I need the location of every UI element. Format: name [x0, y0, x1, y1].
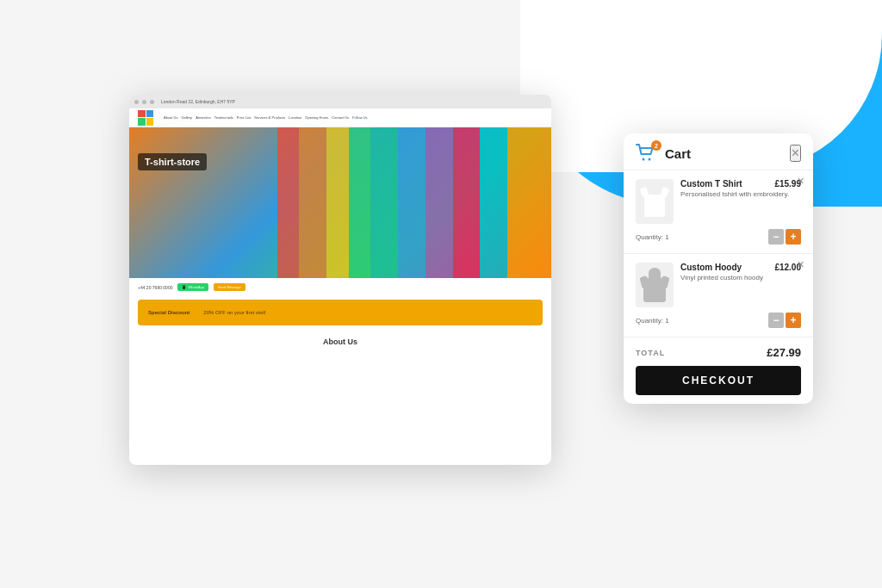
mockup-phone-row: +44 20 7660 0000 📱 WhatsApp Send Message [129, 278, 551, 296]
cart-total-row: TOTAL £27.99 [636, 346, 801, 359]
nav-price: Price List [237, 115, 251, 120]
cart-item-close-tshirt[interactable]: ✕ [797, 176, 804, 187]
qty-controls-1: − + [768, 229, 801, 244]
svg-point-0 [643, 158, 645, 161]
mockup-phone-text: +44 20 7660 0000 [138, 285, 172, 290]
nav-about: About Us [164, 115, 177, 120]
nav-location: Location [289, 115, 301, 120]
nav-contact: Contact Us [332, 115, 349, 120]
mockup-about: About Us [129, 329, 551, 355]
cart-item-hoodie: ✕ Custom Hoody £12.00 Vinyl printed [624, 254, 813, 337]
website-mockup: London Road 22, Edinburgh, EH7 5YP About… [129, 95, 551, 465]
cart-item-img-tshirt [636, 179, 674, 224]
cart-item-info-1: Custom T Shirt £15.99 Personalised tshir… [680, 179, 801, 199]
mockup-hero-text: T-shirt-store [138, 153, 207, 170]
mockup-logo [138, 110, 153, 126]
cart-item-qty-row-1: Quantity: 1 − + [636, 229, 801, 244]
qty-controls-2: − + [768, 313, 801, 328]
cart-item-qty-row-2: Quantity: 1 − + [636, 313, 801, 328]
whatsapp-label: WhatsApp [188, 285, 203, 289]
nav-amenities: Amenities [196, 115, 211, 120]
mockup-nav-items: About Us Gallery Amenities Testimonials … [164, 115, 368, 120]
nav-opening: Opening Hours [305, 115, 328, 120]
cart-item-desc-2: Vinyl printed custom hoody [680, 274, 801, 282]
qty-decrease-2[interactable]: − [768, 313, 784, 328]
nav-services: Services & Products [254, 115, 285, 120]
dot-2 [142, 100, 146, 104]
mockup-msg-btn[interactable]: Send Message [214, 283, 245, 291]
logo-q4 [146, 118, 154, 126]
logo-q1 [138, 110, 146, 118]
shirt-bar [277, 127, 552, 278]
nav-gallery: Gallery [181, 115, 192, 120]
qty-increase-1[interactable]: + [786, 229, 801, 244]
cart-item-img-hoodie [636, 263, 674, 307]
cart-close-button[interactable]: × [790, 145, 801, 162]
hoodie-shape [639, 268, 670, 302]
whatsapp-icon: 📱 [182, 285, 186, 289]
mockup-discount-label: Special Discount [148, 310, 189, 315]
qty-decrease-1[interactable]: − [768, 229, 784, 244]
mockup-hero-img [129, 127, 551, 278]
cart-item-desc-1: Personalised tshirt with embroidery. [680, 190, 801, 199]
cart-item-row-2: Custom Hoody £12.00 Vinyl printed custom… [636, 263, 801, 307]
mockup-discount-text: 20% OFF on your first visit! [203, 310, 265, 315]
cart-item-info-2: Custom Hoody £12.00 Vinyl printed custom… [680, 263, 801, 282]
cart-item-name-1: Custom T Shirt [680, 179, 742, 189]
dot-1 [134, 100, 139, 104]
svg-point-1 [649, 158, 651, 161]
cart-item-qty-label-2: Quantity: 1 [636, 317, 669, 325]
logo-q2 [146, 110, 154, 118]
cart-icon-wrap: 2 [636, 144, 658, 163]
cart-total-amount: £27.99 [767, 346, 801, 359]
mockup-url: London Road 22, Edinburgh, EH7 5YP [161, 99, 235, 104]
mockup-whatsapp-btn[interactable]: 📱 WhatsApp [177, 283, 208, 291]
cart-badge: 2 [651, 140, 662, 151]
hoodie-hood [649, 268, 661, 278]
cart-item-row-1: Custom T Shirt £15.99 Personalised tshir… [636, 179, 801, 224]
nav-testimonials: Testimonials [214, 115, 233, 120]
cart-item-name-2: Custom Hoody [680, 263, 742, 272]
mockup-discount-bar: Special Discount 20% OFF on your first v… [138, 300, 543, 325]
cart-item-qty-label-1: Quantity: 1 [636, 233, 669, 241]
dot-3 [150, 100, 154, 104]
cart-items: ✕ Custom T Shirt £15.99 Personalised tsh… [624, 170, 813, 337]
qty-increase-2[interactable]: + [786, 313, 801, 328]
tshirt-body [644, 195, 665, 217]
checkout-button[interactable]: CHECKOUT [636, 366, 801, 395]
cart-item-tshirt: ✕ Custom T Shirt £15.99 Personalised tsh… [624, 170, 813, 254]
cart-footer: TOTAL £27.99 CHECKOUT [624, 337, 813, 404]
mockup-hero: T-shirt-store [129, 127, 551, 278]
cart-item-close-hoodie[interactable]: ✕ [797, 259, 804, 270]
cart-panel: 2 Cart × ✕ Custom T Shirt [624, 133, 813, 404]
nav-follow: Follow Us [352, 115, 368, 120]
cart-header: 2 Cart × [624, 133, 813, 170]
mockup-topbar: London Road 22, Edinburgh, EH7 5YP [129, 95, 551, 108]
tshirt-shape [641, 186, 668, 217]
logo-q3 [138, 118, 146, 126]
cart-header-left: 2 Cart [636, 144, 691, 163]
cart-total-label: TOTAL [636, 349, 665, 357]
mockup-nav: About Us Gallery Amenities Testimonials … [129, 108, 551, 127]
hoodie-body [643, 278, 666, 302]
cart-title: Cart [665, 146, 691, 161]
